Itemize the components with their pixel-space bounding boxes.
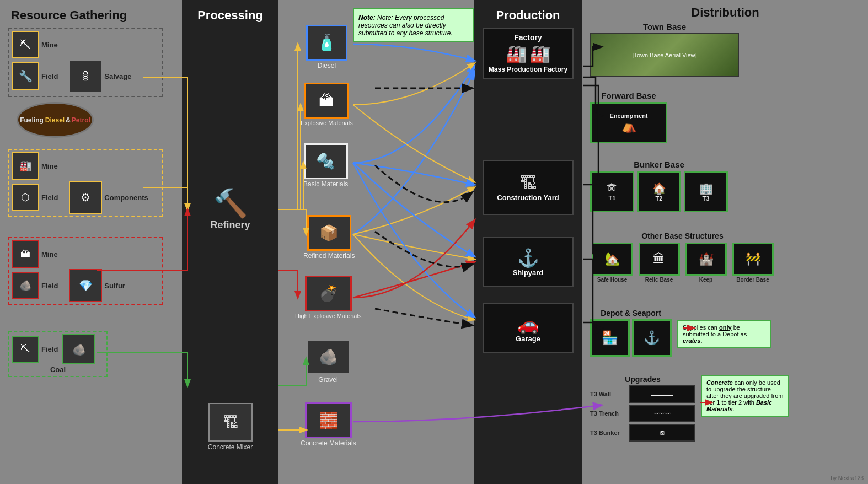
upgrades-title: Upgrades [590, 375, 695, 384]
field-label: Field [41, 72, 58, 80]
sulfur-field-label: Field [41, 282, 58, 290]
relic-base-icon: 🏛 [639, 243, 680, 276]
forward-base-area: Forward Base Encampment ⛺ [590, 91, 667, 143]
upgrades-note: Concrete can only be used to upgrade the… [701, 375, 789, 417]
main-diagram: Resource Gathering ⛏ Mine 🔧 Field 🛢 Salv… [0, 0, 868, 484]
other-structures-title: Other Base Structures [590, 232, 775, 240]
depot-seaport-area: Depot & Seaport 🏪 ⚓ Supplies can only be… [590, 309, 771, 357]
bunker-tiers: 🏚 T1 🏠 T2 🏢 T3 [590, 171, 728, 212]
resource-gathering-title: Resource Gathering [11, 8, 127, 23]
refined-material: 📦 Refined Materials [303, 215, 355, 260]
bunker-base-area: Bunker Base 🏚 T1 🏠 T2 🏢 T3 [590, 160, 728, 212]
garage-box: 🚗 Garage [483, 303, 574, 353]
production-section: Production Factory 🏭 🏭 Mass Production F… [474, 0, 582, 484]
diesel-label: Diesel [318, 62, 336, 69]
depot-title: Depot & Seaport [590, 309, 672, 318]
production-title: Production [474, 8, 582, 23]
tier3-icon: 🏢 [699, 182, 713, 195]
town-base-img: [Town Base Aerial View] [590, 33, 739, 77]
forward-base-title: Forward Base [590, 91, 667, 100]
comp-mine-label: Mine [41, 162, 58, 170]
gravel-material: 🪨 Gravel [306, 339, 350, 384]
depot-icon: 🏪 [590, 319, 630, 357]
credit-text: by Nextra123 [831, 475, 864, 481]
tier1-label: T1 [609, 195, 616, 201]
keep-label: Keep [699, 277, 712, 283]
note-label: Note: [358, 14, 376, 21]
sulfur-mine-label: Mine [41, 250, 58, 259]
hammer-icon: 🔨 [182, 187, 278, 219]
components-label: Components [104, 193, 148, 202]
basic-material: 🔩 Basic Materials [303, 143, 348, 188]
other-structures-area: Other Base Structures 🏡 Safe House 🏛 Rel… [590, 232, 775, 283]
concrete-icon: 🧱 [305, 402, 352, 438]
upgrades-note-concrete: Concrete [706, 379, 733, 386]
sulfur-mine-icon: 🏔 [12, 240, 39, 268]
encampment-box: Encampment ⛺ [590, 102, 667, 143]
seaport-icon: ⚓ [632, 319, 672, 357]
upgrades-area: Upgrades T3 Wall ▬▬▬▬ T3 Trench 〰〰〰 T3 B… [590, 375, 789, 442]
t3-bunker-label: T3 Bunker [590, 429, 626, 436]
garage-label: Garage [516, 335, 540, 343]
relic-base-label: Relic Base [645, 277, 673, 283]
tier1-box: 🏚 T1 [590, 171, 634, 212]
distribution-section: Distribution Town Base [Town Base Aerial… [585, 0, 866, 484]
t3-wall-label: T3 Wall [590, 391, 626, 397]
concrete-mixer-area: 🏗 Concrete Mixer [182, 403, 278, 451]
distribution-title: Distribution [585, 6, 866, 20]
sulfur-label: Sulfur [104, 282, 125, 290]
factory-icon1: 🏭 [506, 44, 527, 63]
shipyard-label: Shipyard [513, 268, 544, 277]
coal-group: ⛏ Field 🪨 Coal [8, 331, 108, 377]
coal-resource-icon: 🪨 [62, 334, 95, 364]
coal-field-label: Field [41, 345, 58, 353]
upgrades-content: Upgrades T3 Wall ▬▬▬▬ T3 Trench 〰〰〰 T3 B… [590, 375, 695, 442]
safe-house-icon: 🏡 [592, 243, 633, 276]
refined-label: Refined Materials [303, 252, 355, 260]
encampment-icon: ⛺ [621, 119, 636, 133]
materials-section: 🧴 Diesel 🏔 Explosive Materials 🔩 Basic M… [278, 0, 405, 484]
tier2-box: 🏠 T2 [637, 171, 681, 212]
encampment-label: Encampment [609, 112, 647, 119]
keep-icon: 🏰 [685, 243, 727, 276]
concrete-mixer-icon: 🏗 [208, 403, 253, 442]
components-field-icon: ⬡ [12, 184, 39, 211]
salvage-field-icon: 🔧 [12, 62, 39, 90]
town-base-title: Town Base [590, 22, 739, 31]
relic-base-struct: 🏛 Relic Base [637, 243, 681, 283]
t3-wall-upgrade: T3 Wall ▬▬▬▬ [590, 385, 695, 403]
salvage-group: ⛏ Mine 🔧 Field 🛢 Salvage [8, 28, 163, 97]
safe-house-struct: 🏡 Safe House [590, 243, 634, 283]
t3-trench-upgrade: T3 Trench 〰〰〰 [590, 405, 695, 422]
fueling-ellipse: Fueling Diesel & Petrol [17, 102, 94, 138]
components-mine-icon: 🏭 [12, 152, 39, 180]
upgrades-note-period: . [733, 406, 735, 412]
note-box: Note: Note: Every processed resources ca… [353, 8, 474, 42]
sulfur-field-icon: 🪨 [12, 272, 39, 299]
safe-house-label: Safe House [597, 277, 627, 283]
border-base-struct: 🚧 Border Base [731, 243, 775, 283]
explosive-icon: 🏔 [304, 83, 349, 119]
construction-label: Construction Yard [497, 193, 559, 202]
construction-icon: 🏗 [519, 173, 537, 193]
upgrades-list: T3 Wall ▬▬▬▬ T3 Trench 〰〰〰 T3 Bunker 🏚 [590, 385, 695, 442]
other-structures-list: 🏡 Safe House 🏛 Relic Base 🏰 Keep 🚧 Borde… [590, 243, 775, 283]
garage-icon: 🚗 [517, 314, 539, 335]
border-base-icon: 🚧 [732, 243, 774, 276]
tier3-box: 🏢 T3 [684, 171, 728, 212]
t3-bunker-upgrade: T3 Bunker 🏚 [590, 424, 695, 442]
mine-label: Mine [41, 41, 58, 49]
factory-box: Factory 🏭 🏭 Mass Production Factory [483, 28, 574, 79]
t3-bunker-img: 🏚 [629, 424, 695, 442]
gravel-label: Gravel [318, 376, 337, 384]
factory-icon2: 🏭 [530, 44, 550, 63]
bunker-base-title: Bunker Base [590, 160, 728, 169]
refinery-label: Refinery [182, 219, 278, 231]
diesel-material: 🧴 Diesel [306, 25, 347, 69]
explosive-material: 🏔 Explosive Materials [301, 83, 353, 126]
basic-icon: 🔩 [304, 143, 348, 179]
high-explosive-material: 💣 High Explosive Materials [295, 276, 361, 319]
processing-section: Processing 🔨 Refinery 🏗 Concrete Mixer [182, 0, 278, 484]
gravel-icon: 🪨 [306, 339, 350, 375]
tier1-icon: 🏚 [607, 182, 618, 195]
